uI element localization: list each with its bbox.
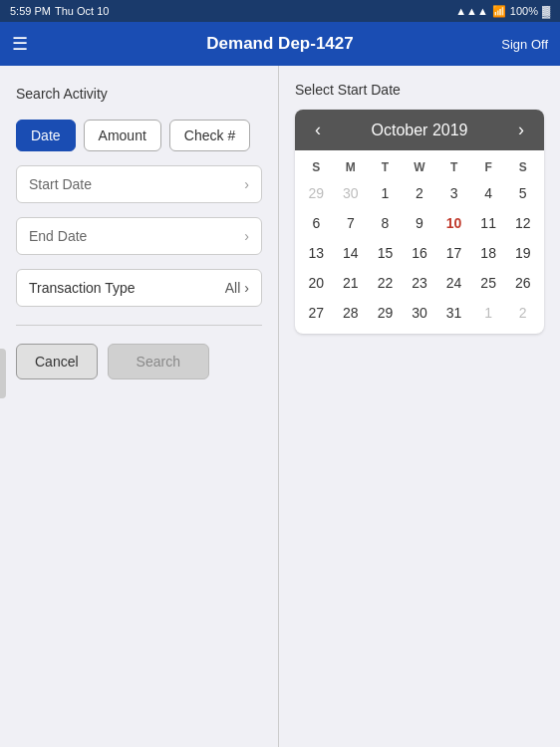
menu-icon[interactable]: ☰ xyxy=(12,33,28,55)
status-right: ▲▲▲ 📶 100% ▓ xyxy=(455,5,550,18)
right-panel: Select Start Date ‹ October 2019 › S M T… xyxy=(279,66,560,747)
battery-status: 100% xyxy=(510,5,538,17)
status-time: 5:59 PM xyxy=(10,5,51,17)
cal-cell[interactable]: 5 xyxy=(505,178,540,208)
cal-cell[interactable]: 27 xyxy=(299,298,334,328)
day-header-wed: W xyxy=(403,156,437,178)
start-date-field[interactable]: Start Date › xyxy=(16,165,262,203)
cal-cell[interactable]: 6 xyxy=(299,208,334,238)
cal-cell[interactable]: 17 xyxy=(436,238,471,268)
cal-cell[interactable]: 16 xyxy=(403,238,437,268)
cal-cell[interactable]: 11 xyxy=(471,208,506,238)
calendar-grid: S M T W T F S 29 30 1 2 3 4 5 xyxy=(295,150,544,334)
filter-date-button[interactable]: Date xyxy=(16,120,76,151)
cal-cell[interactable]: 2 xyxy=(505,298,540,328)
day-header-mon: M xyxy=(334,156,369,178)
day-header-thu: T xyxy=(436,156,471,178)
day-header-sat: S xyxy=(505,156,540,178)
cal-cell[interactable]: 22 xyxy=(368,268,403,298)
end-date-field[interactable]: End Date › xyxy=(16,217,262,255)
cal-cell[interactable]: 14 xyxy=(334,238,369,268)
wifi-icon: 📶 xyxy=(492,5,506,18)
calendar-week-2: 6 7 8 9 10 11 12 xyxy=(299,208,540,238)
day-header-sun: S xyxy=(299,156,334,178)
cal-cell[interactable]: 30 xyxy=(403,298,437,328)
cal-cell[interactable]: 29 xyxy=(299,178,334,208)
day-header-tue: T xyxy=(368,156,403,178)
transaction-type-label: Transaction Type xyxy=(29,280,136,296)
cal-cell[interactable]: 29 xyxy=(368,298,403,328)
search-button[interactable]: Search xyxy=(108,344,209,379)
end-date-chevron-icon: › xyxy=(244,228,249,244)
battery-icon: ▓ xyxy=(542,5,550,17)
cal-cell[interactable]: 18 xyxy=(471,238,506,268)
cal-cell[interactable]: 9 xyxy=(403,208,437,238)
start-date-chevron-icon: › xyxy=(244,176,249,192)
cal-cell[interactable]: 8 xyxy=(368,208,403,238)
cal-cell[interactable]: 20 xyxy=(299,268,334,298)
cal-cell[interactable]: 21 xyxy=(334,268,369,298)
calendar-month-year: October 2019 xyxy=(372,122,468,139)
cal-cell[interactable]: 23 xyxy=(403,268,437,298)
divider xyxy=(16,325,262,326)
calendar-section-title: Select Start Date xyxy=(295,82,544,98)
end-date-label: End Date xyxy=(29,228,87,244)
side-handle xyxy=(0,349,6,398)
cal-cell[interactable]: 4 xyxy=(471,178,506,208)
start-date-label: Start Date xyxy=(29,176,92,192)
cal-cell[interactable]: 1 xyxy=(471,298,506,328)
calendar-day-headers: S M T W T F S xyxy=(299,156,540,178)
cal-cell[interactable]: 30 xyxy=(334,178,369,208)
status-left: 5:59 PM Thu Oct 10 xyxy=(10,5,109,17)
cal-cell[interactable]: 7 xyxy=(334,208,369,238)
main-layout: Search Activity Date Amount Check # Star… xyxy=(0,66,560,747)
calendar-week-4: 20 21 22 23 24 25 26 xyxy=(299,268,540,298)
status-day: Thu Oct 10 xyxy=(55,5,109,17)
calendar-week-1: 29 30 1 2 3 4 5 xyxy=(299,178,540,208)
cal-cell[interactable]: 19 xyxy=(505,238,540,268)
search-activity-title: Search Activity xyxy=(16,86,262,102)
cal-cell[interactable]: 15 xyxy=(368,238,403,268)
cal-cell[interactable]: 1 xyxy=(368,178,403,208)
calendar-next-button[interactable]: › xyxy=(512,120,530,140)
calendar-header: ‹ October 2019 › xyxy=(295,110,544,150)
cal-cell[interactable]: 12 xyxy=(505,208,540,238)
filter-check-button[interactable]: Check # xyxy=(169,120,250,151)
signoff-button[interactable]: Sign Off xyxy=(501,37,548,52)
calendar-prev-button[interactable]: ‹ xyxy=(309,120,327,140)
app-header: ☰ Demand Dep-1427 Sign Off xyxy=(0,22,560,66)
status-bar: 5:59 PM Thu Oct 10 ▲▲▲ 📶 100% ▓ xyxy=(0,0,560,22)
cal-cell[interactable]: 2 xyxy=(403,178,437,208)
cal-cell[interactable]: 26 xyxy=(505,268,540,298)
cal-cell[interactable]: 25 xyxy=(471,268,506,298)
transaction-type-value: All › xyxy=(225,280,249,296)
calendar-week-3: 13 14 15 16 17 18 19 xyxy=(299,238,540,268)
cancel-button[interactable]: Cancel xyxy=(16,344,98,379)
cal-cell[interactable]: 13 xyxy=(299,238,334,268)
filter-amount-button[interactable]: Amount xyxy=(84,120,161,151)
signal-icon: ▲▲▲ xyxy=(455,5,488,17)
page-title: Demand Dep-1427 xyxy=(206,34,353,54)
cal-cell[interactable]: 3 xyxy=(436,178,471,208)
action-buttons: Cancel Search xyxy=(16,344,262,379)
left-panel: Search Activity Date Amount Check # Star… xyxy=(0,66,279,747)
calendar-week-5: 27 28 29 30 31 1 2 xyxy=(299,298,540,328)
cal-cell[interactable]: 28 xyxy=(334,298,369,328)
filter-buttons: Date Amount Check # xyxy=(16,120,262,151)
cal-cell[interactable]: 31 xyxy=(436,298,471,328)
cal-cell[interactable]: 24 xyxy=(436,268,471,298)
transaction-type-chevron-icon: › xyxy=(244,280,249,296)
transaction-type-field[interactable]: Transaction Type All › xyxy=(16,269,262,307)
calendar: ‹ October 2019 › S M T W T F S 29 xyxy=(295,110,544,334)
cal-cell-today[interactable]: 10 xyxy=(436,208,471,238)
day-header-fri: F xyxy=(471,156,506,178)
